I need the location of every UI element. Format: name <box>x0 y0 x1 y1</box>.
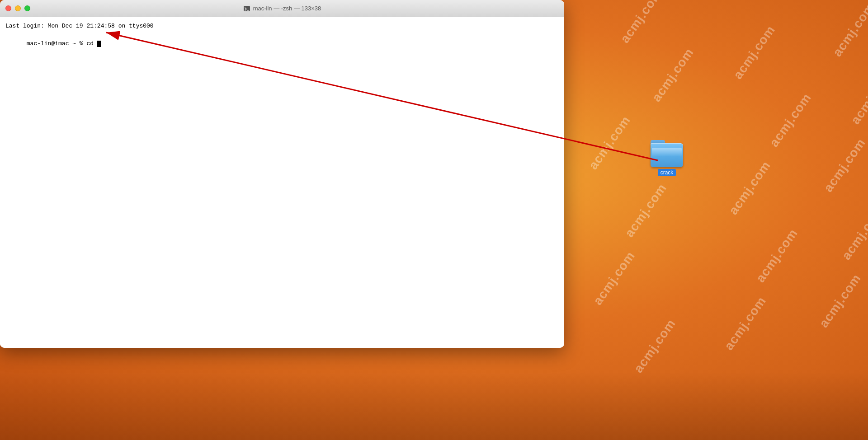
maximize-button[interactable] <box>24 5 30 11</box>
terminal-titlebar: mac-lin — -zsh — 133×38 <box>0 0 564 17</box>
terminal-body[interactable]: Last login: Mon Dec 19 21:24:58 on ttys0… <box>0 17 564 348</box>
folder-graphic <box>651 140 683 167</box>
close-button[interactable] <box>5 5 11 11</box>
minimize-button[interactable] <box>15 5 21 11</box>
terminal-cursor <box>97 41 101 47</box>
folder-shine <box>652 148 682 157</box>
crack-folder-icon[interactable]: crack <box>646 140 687 176</box>
terminal-title: mac-lin — -zsh — 133×38 <box>243 5 321 12</box>
terminal-line-1: Last login: Mon Dec 19 21:24:58 on ttys0… <box>5 22 559 31</box>
svg-rect-0 <box>244 6 250 11</box>
terminal-prompt: mac-lin@imac ~ % cd <box>27 40 97 47</box>
terminal-title-icon <box>243 5 250 12</box>
folder-label: crack <box>658 169 676 176</box>
terminal-window: mac-lin — -zsh — 133×38 Last login: Mon … <box>0 0 564 348</box>
traffic-lights <box>5 5 30 11</box>
terminal-line-2: mac-lin@imac ~ % cd <box>5 31 559 57</box>
terminal-title-text: mac-lin — -zsh — 133×38 <box>253 5 321 12</box>
folder-body <box>651 143 683 167</box>
